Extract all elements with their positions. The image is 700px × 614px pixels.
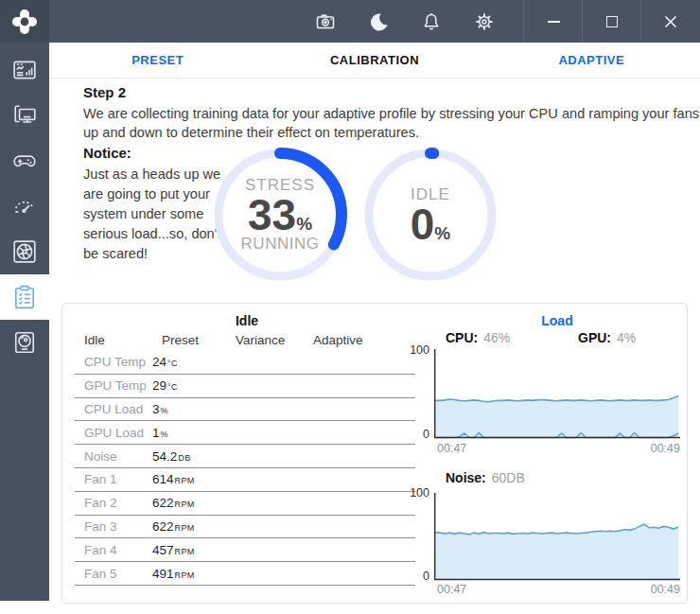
- metric-unit: %: [161, 406, 168, 415]
- metrics-rows: CPU Temp 24°C GPU Temp 29°C CPU Load 3% …: [75, 351, 415, 586]
- noise-chart-x-end: 00:49: [623, 583, 680, 596]
- sidebar-item-performance[interactable]: [0, 184, 49, 229]
- table-row: Fan 3 622RPM: [75, 516, 415, 539]
- metric-value: 614: [152, 472, 174, 486]
- metric-label: Noise: [75, 449, 152, 464]
- tab-calibration[interactable]: CALIBRATION: [266, 43, 482, 78]
- metric-label: GPU Load: [75, 426, 152, 440]
- sidebar-item-audio[interactable]: [0, 320, 49, 365]
- noise-label: Noise:: [446, 470, 486, 485]
- bell-icon[interactable]: [421, 11, 442, 32]
- gpu-load-readout: GPU: 4%: [578, 330, 636, 345]
- cam-logo-icon: [10, 8, 39, 36]
- gpu-label: GPU:: [578, 330, 611, 345]
- noise-chart-y-min: 0: [401, 570, 429, 583]
- speaker-icon: [12, 330, 37, 355]
- titlebar-actions: [315, 0, 495, 43]
- metric-unit: RPM: [175, 523, 195, 533]
- noise-current-value: 60DB: [492, 470, 525, 485]
- table-row: GPU Temp 29°C: [75, 375, 415, 398]
- tab-preset[interactable]: PRESET: [49, 43, 266, 78]
- table-row: Fan 2 622RPM: [75, 492, 415, 516]
- gpu-current-value: 4%: [617, 330, 636, 345]
- metric-unit: RPM: [175, 570, 195, 580]
- metric-value: 3: [152, 402, 160, 416]
- close-button[interactable]: [641, 0, 700, 43]
- sidebar-item-pc[interactable]: [0, 93, 49, 138]
- checklist-icon: [12, 285, 37, 309]
- load-chart-y-min: 0: [401, 428, 429, 441]
- camera-icon[interactable]: [315, 11, 336, 32]
- app-window: PRESET CALIBRATION ADAPTIVE Step 2 We ar…: [0, 0, 700, 614]
- noise-chart-x-start: 00:47: [437, 583, 466, 596]
- load-chart-x-end: 00:49: [623, 442, 680, 455]
- metric-label: Fan 1: [75, 472, 152, 486]
- cpu-current-value: 46%: [483, 330, 510, 345]
- window-controls: [524, 0, 700, 43]
- column-header-preset: Preset: [162, 333, 199, 347]
- sidebar-item-calibration[interactable]: [0, 274, 49, 320]
- sidebar-item-cooling[interactable]: [0, 229, 49, 274]
- metric-unit: °C: [167, 359, 178, 368]
- load-chart-x-start: 00:47: [437, 442, 466, 455]
- metric-unit: RPM: [175, 476, 195, 485]
- results-panel: Idle Load Idle Preset Variance Adaptive …: [61, 303, 688, 604]
- metric-value: 622: [152, 519, 174, 534]
- metric-value: 29: [152, 378, 166, 393]
- gauge-value: 33: [248, 193, 296, 237]
- cpu-load-readout: CPU: 46%: [446, 330, 510, 345]
- table-row: Noise 54.2DB: [75, 445, 415, 468]
- metric-label: Fan 5: [75, 567, 152, 581]
- metric-label: Fan 2: [75, 496, 152, 510]
- cpu-label: CPU:: [446, 330, 478, 345]
- column-header-idle: Idle: [84, 333, 105, 347]
- table-row: CPU Load 3%: [75, 398, 415, 422]
- table-row: Fan 1 614RPM: [75, 468, 415, 492]
- gear-icon[interactable]: [474, 11, 495, 32]
- game-controller-icon: [12, 149, 37, 173]
- close-icon: [664, 15, 677, 28]
- noise-readout: Noise: 60DB: [446, 470, 525, 485]
- metric-unit: °C: [167, 382, 178, 392]
- noise-chart-y-max: 100: [401, 486, 429, 500]
- idle-table-title: Idle: [62, 313, 431, 328]
- metric-unit: DB: [178, 453, 190, 463]
- sidebar-item-dashboard[interactable]: [0, 47, 49, 93]
- step-title: Step 2: [83, 84, 126, 100]
- gauge-unit: %: [434, 223, 450, 244]
- pc-monitor-icon: [12, 103, 37, 128]
- table-row: Fan 5 491RPM: [75, 562, 415, 586]
- metric-value: 54.2: [152, 449, 177, 464]
- idle-gauge: IDLE 0%: [359, 144, 501, 286]
- minimize-button[interactable]: [524, 0, 583, 43]
- dashboard-icon: [12, 58, 37, 82]
- metric-label: Fan 4: [75, 543, 152, 557]
- moon-icon[interactable]: [368, 11, 389, 32]
- gauge-status: RUNNING: [241, 235, 320, 254]
- column-header-adaptive: Adaptive: [313, 333, 363, 347]
- table-row: Fan 4 457RPM: [75, 538, 415, 562]
- metric-unit: RPM: [175, 500, 195, 509]
- metric-unit: RPM: [175, 547, 195, 556]
- metric-label: CPU Temp: [75, 355, 152, 369]
- tab-adaptive[interactable]: ADAPTIVE: [483, 43, 700, 78]
- gauge-icon: [12, 194, 37, 219]
- metric-unit: %: [161, 430, 168, 439]
- fan-icon: [12, 239, 37, 264]
- table-row: CPU Temp 24°C: [75, 351, 415, 375]
- app-logo: [0, 0, 49, 43]
- load-chart: [434, 349, 680, 439]
- gauge-value: 0: [411, 202, 435, 246]
- sidebar-nav: [0, 43, 49, 601]
- maximize-button[interactable]: [583, 0, 641, 43]
- notice-title: Notice:: [83, 145, 131, 161]
- metric-value: 457: [152, 543, 174, 557]
- sidebar-item-games[interactable]: [0, 138, 49, 184]
- maximize-icon: [606, 16, 618, 27]
- load-chart-y-max: 100: [401, 343, 429, 357]
- gauge-unit: %: [296, 214, 312, 235]
- metric-label: CPU Load: [75, 402, 152, 416]
- table-row: GPU Load 1%: [75, 421, 415, 445]
- metric-value: 24: [152, 355, 166, 369]
- metric-value: 1: [152, 426, 160, 440]
